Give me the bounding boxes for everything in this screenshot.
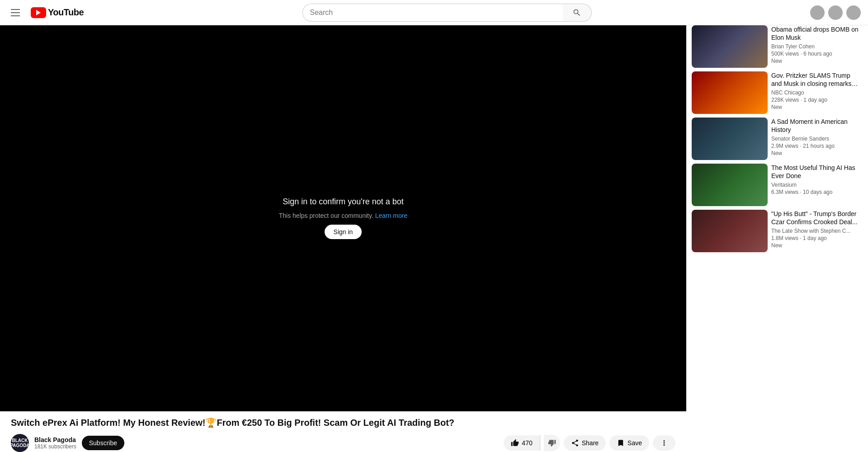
save-button[interactable]: Save [609,435,649,451]
learn-more-link[interactable]: Learn more [375,212,408,219]
share-button[interactable]: Share [564,435,606,451]
rec-channel: The Late Show with Stephen C... [771,228,863,234]
rec-title: Obama official drops BOMB on Elon Musk [771,25,863,42]
video-meta-row: BLACKPAGODA Black Pagoda 181K subscriber… [11,434,675,452]
rec-info: The Most Useful Thing AI Has Ever Done V… [771,164,863,206]
rec-thumbnail [692,164,768,206]
rec-thumbnail [692,71,768,114]
search-button[interactable] [563,4,592,22]
recommendation-item[interactable]: The Most Useful Thing AI Has Ever Done V… [692,164,863,206]
save-icon [617,439,625,447]
rec-channel: Senator Bernie Sanders [771,136,863,142]
share-icon [571,439,579,447]
search-input[interactable] [302,4,563,22]
sidebar: Obama official drops BOMB on Elon Musk B… [686,25,868,452]
logo-text: YouTube [48,7,84,18]
rec-badge: New [771,150,863,156]
recommendation-item[interactable]: Obama official drops BOMB on Elon Musk B… [692,25,863,68]
header-left: YouTube [7,5,84,20]
recommendation-item[interactable]: "Up His Butt" - Trump's Border Czar Conf… [692,210,863,252]
sign-in-overlay: Sign in to confirm you're not a bot This… [279,197,408,239]
more-icon [660,439,668,447]
sign-in-title: Sign in to confirm you're not a bot [283,197,404,207]
share-label: Share [582,439,599,447]
user-avatar-2[interactable] [828,5,843,20]
hamburger-menu[interactable] [7,5,24,20]
recommendation-item[interactable]: A Sad Moment in American History Senator… [692,118,863,160]
rec-title: "Up His Butt" - Trump's Border Czar Conf… [771,210,863,226]
sign-in-button[interactable]: Sign in [325,225,362,239]
youtube-logo-icon [31,7,46,18]
sign-in-desc-text: This helps protect our community. [279,212,373,219]
youtube-logo[interactable]: YouTube [31,7,84,18]
search-icon [572,8,581,17]
channel-subscribers: 181K subscribers [34,443,76,450]
rec-badge: New [771,58,863,64]
channel-avatar[interactable]: BLACKPAGODA [11,434,29,452]
rec-channel: Veritasium [771,182,863,188]
rec-title: A Sad Moment in American History [771,118,863,134]
user-avatar-3[interactable] [846,5,861,20]
subscribe-button[interactable]: Subscribe [82,436,124,450]
recommendation-item[interactable]: Gov. Pritzker SLAMS Trump and Musk in cl… [692,71,863,114]
video-info: Switch ePrex Ai Platform! My Honest Revi… [0,411,686,452]
header: YouTube [0,0,868,25]
save-label: Save [627,439,642,447]
user-avatar-1[interactable] [810,5,825,20]
rec-stats: 228K views · 1 day ago [771,97,863,103]
channel-name[interactable]: Black Pagoda [34,436,76,443]
rec-info: A Sad Moment in American History Senator… [771,118,863,160]
rec-badge: New [771,104,863,110]
header-right [810,5,861,20]
channel-avatar-text: BLACKPAGODA [11,438,29,448]
dislike-button[interactable] [544,435,560,451]
rec-title: Gov. Pritzker SLAMS Trump and Musk in cl… [771,71,863,88]
sign-in-desc: This helps protect our community. Learn … [279,212,408,219]
rec-channel: NBC Chicago [771,89,863,96]
rec-title: The Most Useful Thing AI Has Ever Done [771,164,863,180]
rec-thumbnail [692,118,768,160]
rec-badge: New [771,242,863,249]
rec-info: "Up His Butt" - Trump's Border Czar Conf… [771,210,863,252]
thumbs-up-icon [511,439,519,447]
like-button[interactable]: 470 [504,435,540,451]
video-player[interactable]: Sign in to confirm you're not a bot This… [0,25,686,411]
rec-thumbnail [692,210,768,252]
channel-name-subs: Black Pagoda 181K subscribers [34,436,76,450]
channel-info: BLACKPAGODA Black Pagoda 181K subscriber… [11,434,124,452]
rec-stats: 6.3M views · 10 days ago [771,189,863,195]
rec-stats: 500K views · 6 hours ago [771,51,863,57]
main-container: Sign in to confirm you're not a bot This… [0,25,868,452]
rec-info: Obama official drops BOMB on Elon Musk B… [771,25,863,68]
rec-thumbnail [692,25,768,68]
rec-channel: Brian Tyler Cohen [771,43,863,50]
more-actions-button[interactable] [653,435,675,451]
header-center [302,4,592,22]
rec-stats: 2.9M views · 21 hours ago [771,143,863,149]
action-buttons: 470 Share [504,435,675,451]
like-count: 470 [522,439,532,447]
video-area: Sign in to confirm you're not a bot This… [0,25,686,452]
video-title: Switch ePrex Ai Platform! My Honest Revi… [11,417,675,428]
thumbs-down-icon [548,439,556,447]
rec-stats: 1.8M views · 1 day ago [771,235,863,241]
rec-info: Gov. Pritzker SLAMS Trump and Musk in cl… [771,71,863,114]
search-form [302,4,592,22]
